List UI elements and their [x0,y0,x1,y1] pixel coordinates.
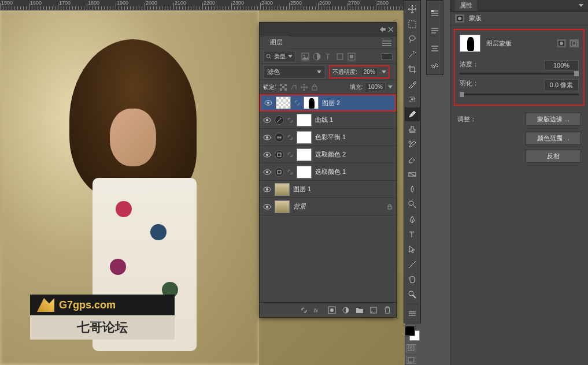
layer-name[interactable]: 图层 1 [293,185,393,193]
delete-layer-icon[interactable] [383,306,391,314]
layer-name[interactable]: 选取颜色 2 [315,150,393,159]
layer-name[interactable]: 曲线 1 [315,116,393,124]
density-slider[interactable] [460,73,579,75]
expand-icon[interactable] [405,307,420,321]
marquee-tool[interactable] [405,17,420,31]
color-swatches[interactable] [405,326,420,341]
filter-toggle[interactable] [381,53,393,60]
brush-tool[interactable] [405,107,420,121]
visibility-icon[interactable] [264,99,272,107]
opacity-input[interactable]: 20% [361,68,378,76]
history-brush-tool[interactable] [405,137,420,151]
mask-edge-button[interactable]: 蒙版边缘 ... [526,113,581,126]
type-tool[interactable]: T [405,228,420,241]
character-panel-icon[interactable] [427,43,442,55]
vector-mask-icon[interactable] [569,39,579,47]
stamp-tool[interactable] [405,122,420,136]
add-adjustment-icon[interactable] [342,306,350,314]
history-panel-icon[interactable] [427,7,442,19]
filter-adjust-icon[interactable] [313,53,321,61]
screen-mode-icon[interactable] [406,356,416,364]
layer-thumb[interactable] [275,200,290,213]
properties-tab[interactable]: 属性 [455,0,477,11]
feather-slider[interactable] [460,94,579,95]
svg-point-33 [266,206,268,208]
dodge-tool[interactable] [405,198,420,211]
eraser-tool[interactable] [405,152,420,166]
new-layer-icon[interactable] [369,306,378,314]
opacity-dropdown-icon[interactable] [382,70,386,73]
layer-row[interactable]: 背景 [260,198,396,215]
filter-shape-icon[interactable] [336,53,344,61]
lock-transparent-icon[interactable] [280,84,287,91]
layer-name[interactable]: 色彩平衡 1 [315,133,393,141]
crop-tool[interactable] [405,62,420,76]
hand-tool[interactable] [405,273,420,286]
lock-position-icon[interactable] [301,84,308,91]
lock-all-icon[interactable] [311,84,318,91]
visibility-icon[interactable] [263,151,271,159]
panel-dropdown-icon[interactable] [579,4,583,7]
filter-type-dropdown[interactable]: 类型 [263,51,295,62]
mask-thumb[interactable] [297,114,312,126]
shape-tool[interactable] [405,258,420,271]
move-tool[interactable] [405,2,420,16]
filter-smart-icon[interactable] [347,53,356,61]
layer-row[interactable]: 图层 1 [260,181,396,198]
add-mask-icon[interactable] [328,306,336,314]
pixel-mask-icon[interactable] [557,39,566,47]
new-group-icon[interactable] [356,306,364,314]
lasso-tool[interactable] [405,32,420,46]
color-range-button[interactable]: 颜色范围 ... [526,132,581,145]
layer-row[interactable]: 曲线 1 [260,111,396,129]
paragraph-panel-icon[interactable] [427,25,442,37]
filter-pixel-icon[interactable] [301,53,309,61]
visibility-icon[interactable] [263,116,271,124]
blend-mode-dropdown[interactable]: 滤色 [263,65,326,79]
gradient-tool[interactable] [405,167,420,181]
tools-panel-icon[interactable] [427,61,442,73]
feather-input[interactable]: 0.0 像素 [544,79,579,91]
layers-tab[interactable]: 图层 [264,36,289,49]
visibility-icon[interactable] [263,185,271,193]
layer-thumb[interactable] [275,183,290,196]
invert-button[interactable]: 反相 [526,150,581,163]
collapse-icon[interactable] [380,27,386,32]
fill-dropdown-icon[interactable] [388,85,393,88]
layer-row[interactable]: 选取颜色 2 [260,146,396,163]
visibility-icon[interactable] [263,168,271,176]
eyedropper-tool[interactable] [405,77,420,91]
link-layers-icon[interactable] [300,306,308,314]
path-select-tool[interactable] [405,243,420,256]
quick-mask-icon[interactable] [406,344,416,352]
mask-thumb[interactable] [297,131,312,144]
mask-thumb[interactable] [297,148,312,161]
zoom-tool[interactable] [405,288,420,301]
lock-pixels-icon[interactable] [290,84,297,91]
foreground-color[interactable] [405,326,415,336]
mask-thumb[interactable] [297,166,312,178]
close-icon[interactable] [388,27,394,32]
fx-icon[interactable]: fx [314,306,322,314]
visibility-icon[interactable] [263,133,271,141]
mask-preview[interactable] [460,35,480,52]
layer-name[interactable]: 图层 2 [322,99,391,107]
layer-thumb[interactable] [276,96,291,109]
layer-row[interactable]: 选取颜色 1 [260,163,396,181]
healing-tool[interactable] [405,92,420,106]
mask-mode-icon[interactable] [455,14,464,23]
visibility-icon[interactable] [263,203,271,211]
filter-type-icon[interactable]: T [324,53,332,61]
panel-titlebar[interactable] [260,23,396,36]
density-input[interactable]: 100% [544,60,579,70]
blur-tool[interactable] [405,182,420,196]
mask-thumb[interactable] [304,96,319,109]
layer-name[interactable]: 背景 [293,202,383,211]
magic-wand-tool[interactable] [405,47,420,61]
fill-input[interactable]: 100% [365,83,386,91]
layer-row-selected[interactable]: 图层 2 [260,94,396,111]
layer-row[interactable]: 色彩平衡 1 [260,129,396,146]
panel-menu-icon[interactable] [382,40,391,46]
pen-tool[interactable] [405,213,420,226]
layer-name[interactable]: 选取颜色 1 [315,167,393,176]
